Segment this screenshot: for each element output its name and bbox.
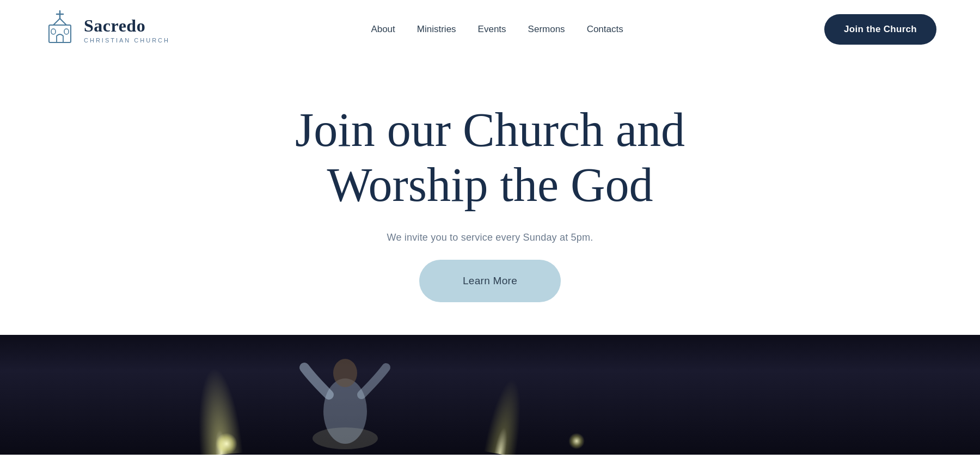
join-church-button[interactable]: Join the Church: [824, 14, 936, 45]
nav-contacts[interactable]: Contacts: [587, 24, 623, 35]
brand-subtitle: CHRISTIAN CHURCH: [84, 37, 170, 44]
hero-title: Join our Church and Worship the God: [295, 102, 685, 212]
logo: Sacredo CHRISTIAN CHURCH: [44, 10, 170, 49]
church-icon: [44, 10, 76, 49]
hero-section: Join our Church and Worship the God We i…: [0, 59, 980, 335]
brand-name: Sacredo: [84, 16, 170, 36]
hero-subtitle: We invite you to service every Sunday at…: [387, 232, 593, 243]
cta-container: Learn More: [419, 260, 561, 302]
svg-rect-5: [64, 29, 69, 34]
person-silhouette: [274, 340, 416, 455]
hero-image-section: [0, 335, 980, 455]
svg-marker-2: [53, 19, 66, 25]
nav-about[interactable]: About: [371, 24, 395, 35]
nav-sermons[interactable]: Sermons: [528, 24, 565, 35]
svg-rect-4: [51, 29, 56, 34]
svg-point-8: [333, 359, 357, 387]
svg-point-7: [323, 378, 367, 444]
site-header: Sacredo CHRISTIAN CHURCH About Ministrie…: [0, 0, 980, 59]
nav-events[interactable]: Events: [478, 24, 506, 35]
learn-more-button[interactable]: Learn More: [419, 260, 561, 302]
logo-text: Sacredo CHRISTIAN CHURCH: [84, 16, 170, 44]
nav-ministries[interactable]: Ministries: [417, 24, 456, 35]
main-nav: About Ministries Events Sermons Contacts: [371, 24, 623, 35]
